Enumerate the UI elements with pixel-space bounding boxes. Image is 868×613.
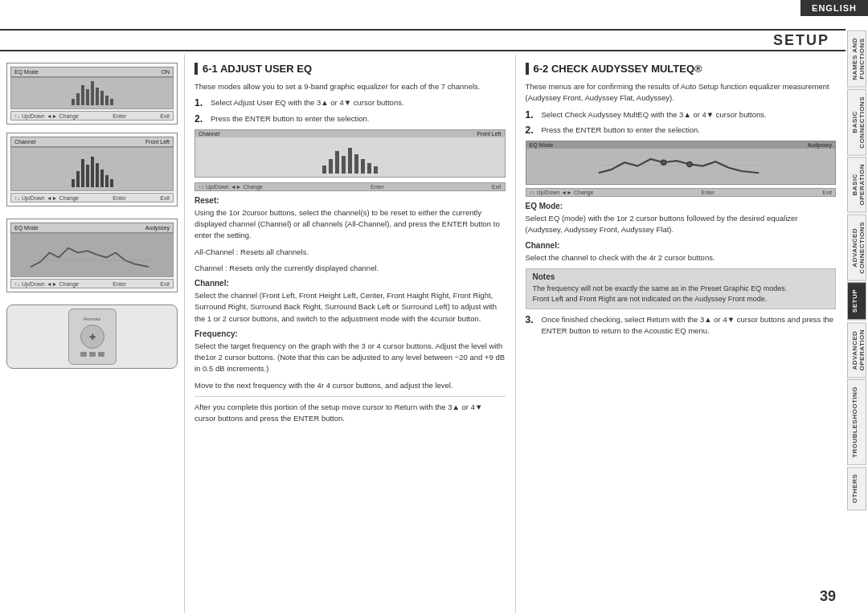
reset-text: Using the 1or 2cursor buttons, select th…: [194, 207, 506, 242]
audyssey-nav: ↑↓ Up/Down ◄► Change: [530, 190, 594, 195]
sidebar-tab-basic-op[interactable]: BASICOPERATION: [847, 157, 866, 212]
audyssey-screen-bottom: ↑↓ Up/Down ◄► Change Enter Exit: [526, 188, 837, 197]
step-left-2: 2. Press the ENTER button to enter the s…: [194, 113, 506, 125]
mini-eq-bars: [322, 145, 378, 174]
section-left-intro: These modes allow you to set a 9-band gr…: [194, 81, 506, 92]
channel-short: Channel : Resets only the currently disp…: [194, 263, 506, 274]
frequency-text2: Move to the next frequency with the 4r 4…: [194, 380, 506, 391]
remote-circle: ✚: [80, 325, 104, 349]
diag1-eq-bars: [68, 81, 117, 105]
section-title-right-text: 6-2 CHECK AUDYSSEY MULTEQ®: [534, 63, 702, 75]
sidebar-tab-basic-conn[interactable]: BASICCONNECTIONS: [847, 89, 866, 156]
right-panel: 6-2 CHECK AUDYSSEY MULTEQ® These menus a…: [516, 55, 846, 613]
eq-mode-text: Select EQ (mode) with the 1or 2 cursor b…: [526, 213, 837, 236]
sidebar-tab-trouble[interactable]: TROUBLESHOOTING: [847, 379, 866, 465]
frequency-text: Select the target frequency on the graph…: [194, 341, 506, 375]
diag3-screen: [10, 233, 174, 277]
audyssey-enter: Enter: [702, 190, 715, 195]
audyssey-screen: EQ Mode Audyssey: [526, 141, 837, 185]
svg-point-2: [661, 160, 665, 165]
center-panel: 6-1 ADJUST USER EQ These modes allow you…: [185, 55, 516, 613]
section-title-left: 6-1 ADJUST USER EQ: [194, 63, 506, 75]
sidebar-tab-names[interactable]: NAMES ANDFUNCTIONS: [847, 31, 866, 88]
step-left-1: 1. Select Adjust User EQ with the 3▲ or …: [194, 97, 506, 108]
page-number: 39: [820, 588, 836, 605]
diag1-label-right: ON: [162, 69, 170, 75]
diagram-3: EQ Mode Audyssey ↑↓ Up/Down ◄► Change En…: [6, 219, 178, 292]
setup-header: SETUP: [0, 29, 845, 51]
diag1-enter: Enter: [113, 113, 126, 119]
frequency-title: Frequency:: [194, 329, 506, 338]
right-channel-text: Select the channel to check with the 4r …: [526, 252, 837, 264]
step-right-3-text: Once finished checking, select Return wi…: [542, 314, 837, 337]
diagram-2: Channel Front Left ↑↓ Up/Down ◄► Change: [6, 133, 178, 206]
mini-enter: Enter: [371, 184, 384, 190]
reset-title: Reset:: [194, 196, 506, 205]
notes-title: Notes: [533, 272, 829, 281]
audyssey-curve-svg: [526, 149, 836, 182]
notes-line-1: The frequency will not be exactly the sa…: [533, 284, 829, 295]
diag2-eq-bars: [68, 151, 117, 187]
step-left-2-text: Press the ENTER button to enter the sele…: [211, 113, 370, 125]
svg-point-3: [686, 161, 691, 166]
audyssey-screen-wrapper: EQ Mode Audyssey ↑↓ Up/Down ◄► Change En…: [526, 141, 837, 197]
audyssey-curve-content: [526, 149, 836, 182]
diag3-curve: [11, 234, 173, 276]
main-content: EQ Mode ON ↑↓ Up/Down ◄► Change: [0, 55, 845, 613]
sidebar-tab-setup[interactable]: SETUP: [847, 282, 866, 320]
mini-screen-header: Channel Front Left: [195, 130, 505, 137]
step-left-1-num: 1.: [194, 97, 206, 108]
step-right-1-text: Select Check Audyssey MultEQ with the 3▲…: [542, 109, 767, 121]
sidebar-tab-adv-op[interactable]: ADVANCEDOPERATION: [847, 322, 866, 378]
setup-title: SETUP: [773, 32, 829, 49]
step-right-1-num: 1.: [526, 109, 537, 121]
diagram-1: EQ Mode ON ↑↓ Up/Down ◄► Change: [6, 63, 178, 125]
channel-title: Channel:: [194, 279, 506, 288]
channel-text: Select the channel (Front Left, Front He…: [194, 290, 506, 325]
mini-screen-channel: Channel: [199, 131, 219, 137]
diag2-enter: Enter: [113, 195, 126, 201]
diag3-label: EQ Mode: [14, 225, 39, 231]
right-sidebar: NAMES ANDFUNCTIONS BASICCONNECTIONS BASI…: [845, 0, 868, 613]
remote-btn-1: [80, 352, 87, 357]
mini-nav: ↑↓ Up/Down ◄► Change: [199, 184, 263, 190]
mini-screen-eq: Channel Front Left: [194, 129, 506, 178]
diag2-channel: Channel: [14, 139, 35, 145]
mini-exit: Exit: [492, 184, 502, 190]
audyssey-screen-header: EQ Mode Audyssey: [526, 141, 836, 149]
diag3-bottom: ↑↓ Up/Down ◄► Change Enter Exit: [10, 279, 174, 288]
notes-box: Notes The frequency will not be exactly …: [526, 268, 837, 309]
step-right-3: 3. Once finished checking, select Return…: [526, 314, 837, 337]
section-title-left-text: 6-1 ADJUST USER EQ: [203, 63, 312, 75]
step-left-1-text: Select Adjust User EQ with the 3▲ or 4▼ …: [211, 97, 404, 108]
remote-inner: Remote ✚: [68, 309, 117, 365]
sidebar-tab-adv-conn[interactable]: ADVANCEDCONNECTIONS: [847, 215, 866, 281]
mini-screen-frontleft: Front Left: [477, 131, 502, 137]
footer-text: After you complete this portion of the s…: [194, 402, 506, 425]
step-right-1: 1. Select Check Audyssey MultEQ with the…: [526, 109, 837, 121]
diag1-bottom: ↑↓ Up/Down ◄► Change Enter Exit: [10, 111, 174, 121]
diag3-exit: Exit: [160, 281, 170, 287]
step-left-2-num: 2.: [194, 113, 206, 125]
left-panel: EQ Mode ON ↑↓ Up/Down ◄► Change: [0, 55, 185, 613]
all-channel: All-Channel : Resets all channels.: [194, 247, 506, 258]
notes-line-2: Front Left and Front Right are not indic…: [533, 294, 829, 305]
diag1-screen: [10, 77, 174, 109]
sidebar-tab-others[interactable]: OTHERS: [847, 467, 866, 510]
diag3-value: Audyssey: [145, 225, 170, 231]
section-title-right: 6-2 CHECK AUDYSSEY MULTEQ®: [526, 63, 837, 75]
diag2-screen: [10, 147, 174, 191]
diag1-label-left: EQ Mode: [14, 69, 39, 75]
step-right-3-num: 3.: [526, 314, 537, 337]
diag2-exit: Exit: [160, 195, 170, 201]
diag2-value: Front Left: [145, 139, 170, 145]
step-right-2-text: Press the ENTER button to enter the sele…: [542, 125, 701, 136]
remote-btn-2: [89, 352, 96, 357]
audyssey-eqmode-value: Audyssey: [808, 142, 832, 148]
step-right-2: 2. Press the ENTER button to enter the s…: [526, 125, 837, 136]
eq-mode-title: EQ Mode:: [526, 202, 837, 210]
section-right-intro: These menus are for confirming the resul…: [526, 81, 837, 104]
audyssey-eqmode-label: EQ Mode: [530, 142, 554, 148]
remote-buttons: [80, 352, 104, 357]
mini-screen-wrapper: Channel Front Left: [194, 129, 506, 191]
